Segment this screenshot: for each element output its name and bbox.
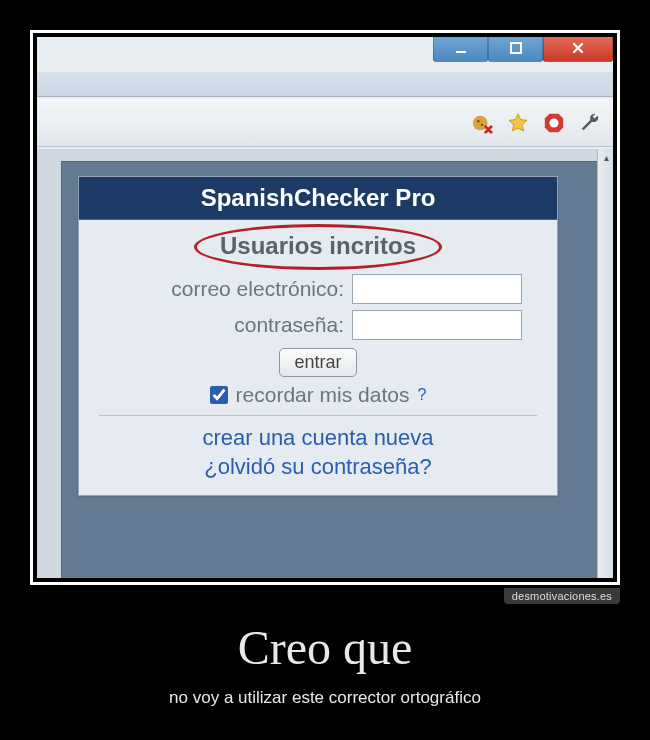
help-icon[interactable]: ?	[418, 386, 427, 404]
login-subheader-wrap: Usuarios incritos	[220, 232, 416, 260]
caption-title: Creo que	[0, 620, 650, 675]
email-row: correo electrónico:	[93, 274, 543, 304]
divider	[99, 415, 537, 416]
page-content-area: SpanishChecker Pro Usuarios incritos cor…	[37, 149, 597, 578]
tab-strip	[37, 72, 613, 97]
wrench-icon[interactable]	[579, 112, 601, 134]
window-controls	[433, 37, 613, 68]
adblock-icon[interactable]	[543, 112, 565, 134]
email-label: correo electrónico:	[114, 277, 344, 301]
demotivational-poster: SpanishChecker Pro Usuarios incritos cor…	[0, 0, 650, 740]
watermark: desmotivaciones.es	[504, 588, 620, 604]
email-field[interactable]	[352, 274, 522, 304]
svg-point-3	[477, 119, 479, 121]
minimize-button[interactable]	[433, 37, 488, 62]
star-icon[interactable]	[507, 112, 529, 134]
remember-label: recordar mis datos	[236, 383, 410, 407]
submit-button[interactable]: entrar	[279, 348, 356, 377]
login-subheader: Usuarios incritos	[220, 232, 416, 259]
svg-point-4	[481, 123, 483, 125]
svg-point-6	[549, 118, 558, 127]
forgot-password-link[interactable]: ¿olvidó su contraseña?	[93, 453, 543, 482]
create-account-link[interactable]: crear una cuenta nueva	[93, 424, 543, 453]
password-label: contraseña:	[114, 313, 344, 337]
login-body: Usuarios incritos correo electrónico: co…	[79, 220, 557, 495]
password-field[interactable]	[352, 310, 522, 340]
login-box: SpanishChecker Pro Usuarios incritos cor…	[78, 176, 558, 496]
close-button[interactable]	[543, 37, 613, 62]
scroll-up-arrow[interactable]: ▴	[598, 149, 613, 165]
login-title: SpanishChecker Pro	[79, 177, 557, 220]
remember-row: recordar mis datos ?	[93, 383, 543, 407]
browser-screenshot: SpanishChecker Pro Usuarios incritos cor…	[37, 37, 613, 578]
vertical-scrollbar[interactable]: ▴	[597, 149, 613, 578]
maximize-button[interactable]	[488, 37, 543, 62]
login-links: crear una cuenta nueva ¿olvidó su contra…	[93, 424, 543, 481]
svg-rect-0	[456, 51, 466, 53]
browser-toolbar	[37, 99, 613, 147]
submit-row: entrar	[93, 348, 543, 377]
password-row: contraseña:	[93, 310, 543, 340]
remember-checkbox[interactable]	[210, 386, 228, 404]
caption-subtitle: no voy a utilizar este corrector ortográ…	[0, 688, 650, 708]
cookie-block-icon[interactable]	[471, 112, 493, 134]
page-background: SpanishChecker Pro Usuarios incritos cor…	[61, 161, 603, 578]
image-frame: SpanishChecker Pro Usuarios incritos cor…	[30, 30, 620, 585]
svg-rect-1	[511, 43, 521, 53]
